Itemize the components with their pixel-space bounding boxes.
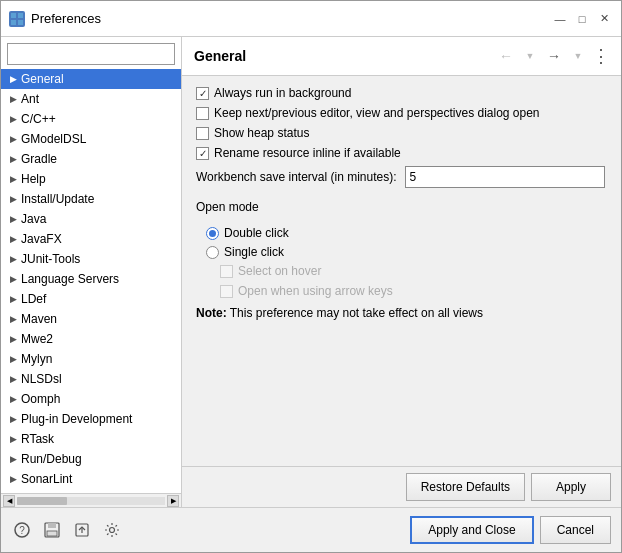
- sidebar-item-label: Mylyn: [21, 352, 52, 366]
- restore-defaults-button[interactable]: Restore Defaults: [406, 473, 525, 501]
- show-heap-status-checkbox[interactable]: [196, 127, 209, 140]
- sidebar-item-install-update[interactable]: ▶ Install/Update: [1, 189, 181, 209]
- export-icon[interactable]: [71, 519, 93, 541]
- sidebar-item-label: Gradle: [21, 152, 57, 166]
- sidebar-item-ldef[interactable]: ▶ LDef: [1, 289, 181, 309]
- rename-resource-checkbox-label[interactable]: Rename resource inline if available: [196, 146, 401, 160]
- close-button[interactable]: ✕: [595, 10, 613, 28]
- maximize-button[interactable]: □: [573, 10, 591, 28]
- sidebar-item-language-servers[interactable]: ▶ Language Servers: [1, 269, 181, 289]
- window-icon: [9, 11, 25, 27]
- svg-rect-1: [18, 13, 23, 18]
- minimize-button[interactable]: —: [551, 10, 569, 28]
- sidebar-item-rtask[interactable]: ▶ RTask: [1, 429, 181, 449]
- forward-button[interactable]: →: [543, 45, 565, 67]
- panel-bottom-buttons: Restore Defaults Apply: [182, 466, 621, 507]
- double-click-label[interactable]: Double click: [224, 226, 289, 240]
- sidebar-item-maven[interactable]: ▶ Maven: [1, 309, 181, 329]
- open-arrow-keys-checkbox: [220, 285, 233, 298]
- cancel-button[interactable]: Cancel: [540, 516, 611, 544]
- apply-button[interactable]: Apply: [531, 473, 611, 501]
- sidebar-item-label: Java: [21, 212, 46, 226]
- keep-editor-checkbox[interactable]: [196, 107, 209, 120]
- arrow-icon: ▶: [7, 473, 19, 485]
- keep-editor-checkbox-label[interactable]: Keep next/previous editor, view and pers…: [196, 106, 540, 120]
- sidebar-item-label: Plug-in Development: [21, 412, 132, 426]
- sidebar-item-oomph[interactable]: ▶ Oomph: [1, 389, 181, 409]
- arrow-icon: ▶: [7, 433, 19, 445]
- svg-rect-3: [18, 20, 23, 25]
- sidebar: ▶ General ▶ Ant ▶ C/C++ ▶ GModelDSL ▶: [1, 37, 182, 507]
- select-on-hover-row: Select on hover: [220, 264, 607, 278]
- arrow-icon: ▶: [7, 173, 19, 185]
- rename-resource-checkbox[interactable]: [196, 147, 209, 160]
- arrow-icon: ▶: [7, 133, 19, 145]
- sidebar-item-cpp[interactable]: ▶ C/C++: [1, 109, 181, 129]
- arrow-icon: ▶: [7, 113, 19, 125]
- scroll-left-button[interactable]: ◀: [3, 495, 15, 507]
- sidebar-item-label: JavaFX: [21, 232, 62, 246]
- arrow-icon: ▶: [7, 393, 19, 405]
- always-run-background-checkbox-label[interactable]: Always run in background: [196, 86, 351, 100]
- show-heap-status-checkbox-label[interactable]: Show heap status: [196, 126, 309, 140]
- more-options-button[interactable]: ⋮: [591, 45, 609, 67]
- note-text: This preference may not take effect on a…: [227, 306, 483, 320]
- keep-editor-label: Keep next/previous editor, view and pers…: [214, 106, 540, 120]
- show-heap-status-label: Show heap status: [214, 126, 309, 140]
- always-run-background-checkbox[interactable]: [196, 87, 209, 100]
- horizontal-scrollbar[interactable]: ◀ ▶: [1, 495, 181, 507]
- save-icon[interactable]: [41, 519, 63, 541]
- svg-point-11: [110, 528, 115, 533]
- apply-and-close-button[interactable]: Apply and Close: [410, 516, 533, 544]
- sidebar-item-label: LDef: [21, 292, 46, 306]
- open-arrow-keys-checkbox-label: Open when using arrow keys: [220, 284, 393, 298]
- single-click-radio-row: Single click: [206, 245, 607, 259]
- sidebar-item-mwe2[interactable]: ▶ Mwe2: [1, 329, 181, 349]
- sidebar-item-label: RTask: [21, 432, 54, 446]
- single-click-label[interactable]: Single click: [224, 245, 284, 259]
- sidebar-item-label: Language Servers: [21, 272, 119, 286]
- arrow-icon: ▶: [7, 73, 19, 85]
- back-button[interactable]: ←: [495, 45, 517, 67]
- search-input[interactable]: [7, 43, 175, 65]
- sidebar-item-mylyn[interactable]: ▶ Mylyn: [1, 349, 181, 369]
- settings-icon[interactable]: [101, 519, 123, 541]
- sidebar-item-nlsdsl[interactable]: ▶ NLSDsl: [1, 369, 181, 389]
- sidebar-item-general[interactable]: ▶ General: [1, 69, 181, 89]
- arrow-icon: ▶: [7, 373, 19, 385]
- sub-options-group: Select on hover Open when using arrow ke…: [220, 264, 607, 298]
- scroll-right-button[interactable]: ▶: [167, 495, 179, 507]
- sidebar-item-ant[interactable]: ▶ Ant: [1, 89, 181, 109]
- workbench-save-interval-input[interactable]: [405, 166, 605, 188]
- arrow-icon: ▶: [7, 273, 19, 285]
- open-arrow-keys-label: Open when using arrow keys: [238, 284, 393, 298]
- sidebar-item-help[interactable]: ▶ Help: [1, 169, 181, 189]
- double-click-radio-row: Double click: [206, 226, 607, 240]
- always-run-background-row: Always run in background: [196, 86, 607, 100]
- arrow-icon: ▶: [7, 293, 19, 305]
- sidebar-item-java[interactable]: ▶ Java: [1, 209, 181, 229]
- sidebar-item-run-debug[interactable]: ▶ Run/Debug: [1, 449, 181, 469]
- sidebar-item-gradle[interactable]: ▶ Gradle: [1, 149, 181, 169]
- arrow-icon: ▶: [7, 453, 19, 465]
- arrow-icon: ▶: [7, 213, 19, 225]
- title-bar-left: Preferences: [9, 11, 101, 27]
- select-on-hover-label: Select on hover: [238, 264, 321, 278]
- double-click-radio[interactable]: [206, 227, 219, 240]
- sidebar-item-label: Oomph: [21, 392, 60, 406]
- sidebar-item-label: Install/Update: [21, 192, 94, 206]
- sidebar-item-javafx[interactable]: ▶ JavaFX: [1, 229, 181, 249]
- sidebar-item-gmodeldsl[interactable]: ▶ GModelDSL: [1, 129, 181, 149]
- note-row: Note: This preference may not take effec…: [196, 306, 607, 320]
- open-arrow-keys-row: Open when using arrow keys: [220, 284, 607, 298]
- single-click-radio[interactable]: [206, 246, 219, 259]
- rename-resource-row: Rename resource inline if available: [196, 146, 607, 160]
- arrow-icon: ▶: [7, 353, 19, 365]
- sidebar-item-sonarlint[interactable]: ▶ SonarLint: [1, 469, 181, 489]
- sidebar-item-label: Maven: [21, 312, 57, 326]
- sidebar-item-junit-tools[interactable]: ▶ JUnit-Tools: [1, 249, 181, 269]
- help-icon[interactable]: ?: [11, 519, 33, 541]
- sidebar-item-plugin-development[interactable]: ▶ Plug-in Development: [1, 409, 181, 429]
- workbench-save-interval-row: Workbench save interval (in minutes):: [196, 166, 607, 188]
- svg-rect-7: [48, 523, 56, 528]
